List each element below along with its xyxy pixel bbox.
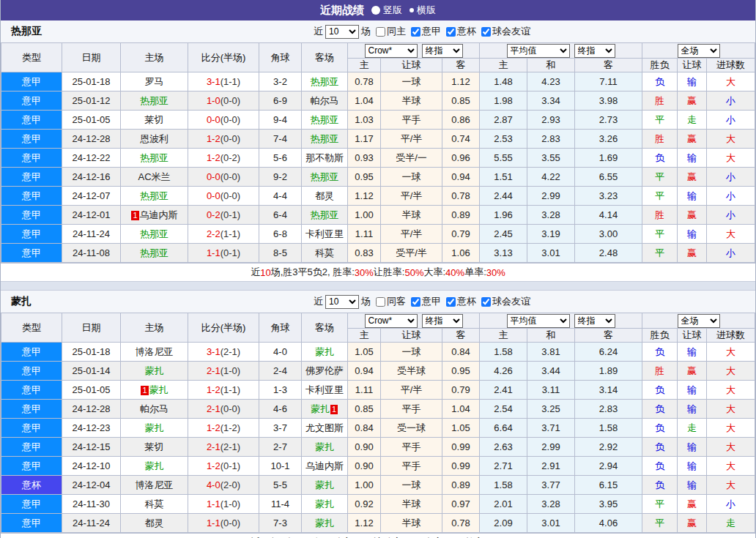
team-name: 恩波利 [140, 133, 168, 144]
serie-a-checkbox[interactable] [411, 27, 420, 37]
section-monza: 蒙扎 近 10 场 同客 意甲 意杯 [1, 291, 755, 538]
match-count-select[interactable]: 10 [325, 295, 359, 309]
avg-away-cell: 6.24 [575, 343, 642, 362]
date-cell: 25-01-12 [62, 91, 121, 111]
odds-home-cell: 0.90 [348, 457, 381, 476]
scope-select[interactable]: 全场 [678, 44, 720, 58]
col-odds-away: 客 [442, 59, 480, 72]
recent-results-page: 近期战绩 竖版 横版 热那亚 近 10 场 同主 [0, 0, 756, 538]
coppa-italia-filter[interactable]: 意杯 [443, 25, 476, 38]
serie-a-checkbox[interactable] [411, 297, 420, 307]
match-type-cell: 意甲 [1, 111, 62, 130]
date-cell: 24-12-04 [62, 476, 121, 495]
odds-home-cell: 1.11 [348, 225, 381, 244]
same-home-filter[interactable]: 同主 [373, 25, 406, 38]
score-cell: 1-0(0-0) [188, 91, 259, 111]
same-away-checkbox[interactable] [376, 297, 385, 307]
radio-icon [371, 6, 380, 15]
handicap-result-cell: 走 [678, 419, 707, 438]
average-select[interactable]: 平均值 [507, 314, 570, 328]
coppa-italia-checkbox[interactable] [446, 27, 456, 37]
handicap-cell: 半球 [381, 91, 442, 111]
score-cell: 0-0(0-0) [188, 187, 259, 206]
handicap-cell: 平手 [381, 438, 442, 457]
team-name: 热那亚 [311, 209, 339, 220]
corner-cell: 1-3 [259, 381, 302, 400]
date-cell: 24-12-23 [62, 419, 121, 438]
match-count-select[interactable]: 10 [325, 25, 359, 39]
handicap-cell: 受一球 [381, 419, 442, 438]
summary-text: 场,胜3平5负2, 胜率: [271, 266, 355, 279]
handicap-result-cell: 走 [678, 111, 707, 130]
result-cell: 负 [642, 400, 678, 419]
handicap-cell: 平手 [381, 111, 442, 130]
team-name: 都灵 [315, 190, 334, 201]
match-type-cell: 意甲 [1, 187, 62, 206]
away-team-cell: 热那亚 [302, 206, 348, 225]
club-friendly-checkbox[interactable] [481, 297, 491, 307]
handicap-result-cell: 赢 [678, 514, 707, 533]
col-avg-away: 客 [575, 329, 642, 343]
match-type-cell: 意甲 [1, 400, 62, 419]
corner-cell: 6-8 [259, 225, 302, 244]
final-odds-select-2[interactable]: 终指 [574, 314, 615, 328]
filter-cluster: 近 10 场 同客 意甲 意杯 球 [314, 291, 530, 313]
serie-a-filter[interactable]: 意甲 [408, 295, 441, 308]
avg-away-cell: 7.11 [575, 72, 642, 91]
team-name: 尤文图斯 [305, 422, 344, 433]
team-name: 蒙扎 [315, 441, 334, 452]
col-odds-home: 主 [348, 59, 381, 72]
same-away-filter[interactable]: 同客 [373, 295, 406, 308]
club-friendly-filter[interactable]: 球会友谊 [478, 295, 530, 308]
odds-away-cell: 0.85 [442, 91, 480, 111]
summary-text: 10 [260, 267, 270, 278]
avg-draw-cell: 3.11 [527, 381, 575, 400]
final-odds-select-2[interactable]: 终指 [574, 44, 615, 58]
match-type-cell: 意甲 [1, 362, 62, 381]
results-table: 类型 日期 主场 比分(半场) 角球 客场 Crow* 终指 平均值 [1, 42, 755, 263]
same-home-checkbox[interactable] [376, 27, 385, 37]
final-odds-select[interactable]: 终指 [422, 314, 463, 328]
away-team-cell: 那不勒斯 [302, 149, 348, 168]
bookmaker-select[interactable]: Crow* [365, 44, 418, 58]
avg-draw-cell: 3.44 [527, 362, 575, 381]
handicap-cell: 一球 [381, 168, 442, 187]
average-select[interactable]: 平均值 [507, 44, 570, 58]
match-type-cell: 意甲 [1, 130, 62, 149]
team-name-heading: 蒙扎 [11, 295, 32, 308]
away-team-cell: 帕尔马 [302, 91, 348, 111]
record-summary: 近10场,胜3平5负2, 胜率:30% 让胜率:50% 大率:40% 单率:30… [1, 263, 755, 281]
col-avg-draw: 和 [527, 329, 575, 343]
serie-a-filter[interactable]: 意甲 [408, 25, 441, 38]
odds-home-cell: 0.84 [348, 419, 381, 438]
match-type-cell: 意甲 [1, 206, 62, 225]
match-type-cell: 意甲 [1, 514, 62, 533]
club-friendly-filter[interactable]: 球会友谊 [478, 25, 530, 38]
avg-away-cell: 2.83 [575, 400, 642, 419]
away-team-cell: 卡利亚里 [302, 225, 348, 244]
radio-horizontal-layout[interactable]: 横版 [410, 4, 436, 17]
avg-draw-cell: 3.01 [527, 244, 575, 263]
avg-home-cell: 2.53 [480, 130, 527, 149]
summary-text: 单率: [464, 266, 486, 279]
coppa-italia-filter[interactable]: 意杯 [443, 295, 476, 308]
result-cell: 负 [642, 438, 678, 457]
goals-result-cell: 大 [707, 149, 755, 168]
date-cell: 24-12-15 [62, 438, 121, 457]
avg-draw-cell: 2.99 [527, 187, 575, 206]
scope-select[interactable]: 全场 [678, 314, 720, 328]
col-home: 主场 [121, 43, 188, 72]
coppa-italia-checkbox[interactable] [446, 297, 456, 307]
odds-home-cell: 0.78 [348, 72, 381, 91]
radio-vertical-layout[interactable]: 竖版 [371, 4, 402, 17]
avg-home-cell: 6.64 [480, 419, 527, 438]
corner-cell: 6-4 [259, 206, 302, 225]
final-odds-select[interactable]: 终指 [422, 44, 463, 58]
club-friendly-checkbox[interactable] [481, 27, 491, 37]
col-result-handicap: 让球 [678, 59, 707, 72]
bookmaker-select[interactable]: Crow* [365, 314, 418, 328]
team-name: 那不勒斯 [305, 152, 344, 163]
team-name: 都灵 [145, 518, 164, 528]
handicap-result-cell: 输 [678, 476, 707, 495]
col-corner: 角球 [259, 313, 302, 343]
